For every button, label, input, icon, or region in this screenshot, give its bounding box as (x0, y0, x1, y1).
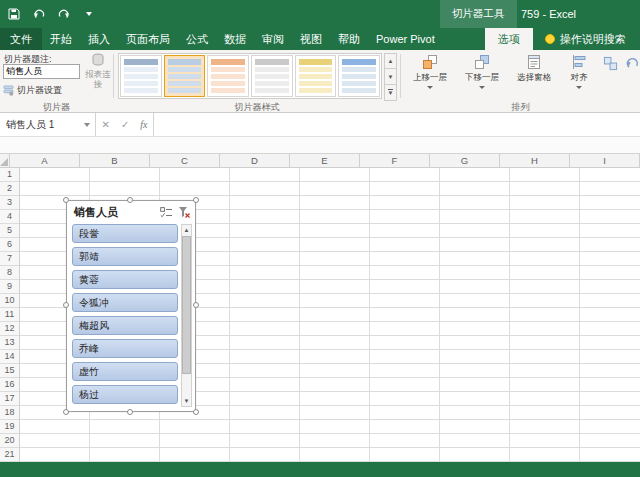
row-header[interactable]: 14 (0, 350, 19, 364)
row-header[interactable]: 17 (0, 392, 19, 406)
row-header[interactable]: 21 (0, 448, 19, 462)
ribbon-tab[interactable]: 帮助 (330, 28, 368, 50)
column-header[interactable]: C (150, 154, 220, 167)
gallery-scroll-up-icon[interactable]: ▲ (384, 53, 397, 69)
slicer-style-thumbnail[interactable] (338, 55, 380, 97)
row-header[interactable]: 13 (0, 336, 19, 350)
row-header[interactable]: 3 (0, 196, 19, 210)
row-header[interactable]: 12 (0, 322, 19, 336)
column-header[interactable]: A (10, 154, 80, 167)
slicer-item[interactable]: 段誉 (72, 224, 178, 243)
selection-pane-button[interactable]: 选择窗格 (509, 53, 559, 99)
column-header[interactable]: G (430, 154, 500, 167)
column-header[interactable]: E (290, 154, 360, 167)
report-connections-button[interactable]: 报表连接 (85, 53, 111, 89)
row-header[interactable]: 11 (0, 308, 19, 322)
save-icon[interactable] (6, 6, 22, 22)
send-backward-icon (474, 53, 490, 71)
selection-handle[interactable] (63, 409, 69, 415)
slicer-style-thumbnail[interactable] (207, 55, 249, 97)
row-header[interactable]: 4 (0, 210, 19, 224)
row-header[interactable]: 19 (0, 420, 19, 434)
selection-handle[interactable] (193, 197, 199, 203)
slicer-item[interactable]: 虚竹 (72, 362, 178, 381)
formula-input[interactable] (154, 113, 640, 136)
column-header[interactable]: F (360, 154, 430, 167)
gallery-more-icon[interactable]: ▼ (384, 85, 397, 101)
column-header[interactable]: B (80, 154, 150, 167)
ribbon-tab[interactable]: 审阅 (254, 28, 292, 50)
rotate-button[interactable] (622, 56, 640, 82)
undo-icon[interactable] (31, 6, 47, 22)
selection-handle[interactable] (63, 197, 69, 203)
send-backward-button[interactable]: 下移一层 (457, 53, 507, 99)
slicer-item[interactable]: 杨过 (72, 385, 178, 404)
selection-pane-icon (526, 53, 542, 71)
redo-icon[interactable] (56, 6, 72, 22)
ribbon-tab[interactable]: 页面布局 (118, 28, 178, 50)
align-button[interactable]: 对齐 (561, 53, 597, 99)
slicer-settings-button[interactable]: 切片器设置 (3, 83, 62, 98)
insert-function-icon[interactable]: fx (140, 119, 147, 130)
row-header[interactable]: 16 (0, 378, 19, 392)
bring-forward-button[interactable]: 上移一层 (405, 53, 455, 99)
slicer-scrollbar[interactable]: ▲ ▼ (181, 224, 192, 407)
slicer-style-thumbnail[interactable] (251, 55, 293, 97)
ribbon-tab[interactable]: 公式 (178, 28, 216, 50)
selection-handle[interactable] (63, 302, 69, 308)
slicer-style-thumbnail[interactable] (120, 55, 162, 97)
multi-select-icon[interactable] (159, 205, 174, 220)
slicer-item[interactable]: 梅超风 (72, 316, 178, 335)
selection-handle[interactable] (193, 409, 199, 415)
cancel-icon[interactable]: ✕ (102, 119, 110, 130)
selection-handle[interactable] (193, 302, 199, 308)
slicer-item[interactable]: 黄蓉 (72, 270, 178, 289)
row-header[interactable]: 18 (0, 406, 19, 420)
gallery-scroll-down-icon[interactable]: ▼ (384, 69, 397, 85)
row-header[interactable]: 1 (0, 168, 19, 182)
slicer[interactable]: 销售人员 段誉郭靖黄蓉令狐冲梅超风乔峰虚竹杨过 ▲ ▼ (66, 200, 196, 412)
excel-window: 切片器工具 759 - Excel 文件 开始插入页面布局公式数据审阅视图帮助P… (0, 0, 640, 477)
column-header[interactable]: D (220, 154, 290, 167)
tell-me-search[interactable]: 操作说明搜索 (545, 28, 626, 50)
group-objects-button[interactable] (600, 56, 620, 82)
slicer-style-thumbnail[interactable] (164, 55, 206, 97)
row-header[interactable]: 10 (0, 294, 19, 308)
row-header[interactable]: 9 (0, 280, 19, 294)
qat-customize-icon[interactable] (81, 6, 97, 22)
column-header[interactable]: I (570, 154, 640, 167)
select-all-corner[interactable] (0, 154, 10, 167)
slicer-style-thumbnail[interactable] (295, 55, 337, 97)
name-box-caret-icon[interactable] (84, 123, 90, 127)
name-box[interactable]: 销售人员 1 (0, 113, 96, 136)
slicer-caption-input[interactable] (3, 64, 80, 79)
ribbon: 切片器题注: 切片器设置 报表连接 切片器 (0, 50, 640, 113)
scroll-up-icon[interactable]: ▲ (184, 225, 190, 235)
selection-handle[interactable] (127, 409, 133, 415)
row-header[interactable]: 20 (0, 434, 19, 448)
tab-file[interactable]: 文件 (0, 28, 42, 50)
row-header[interactable]: 8 (0, 266, 19, 280)
slicer-item[interactable]: 乔峰 (72, 339, 178, 358)
tab-options-contextual[interactable]: 选项 (485, 28, 533, 50)
ribbon-tab[interactable]: Power Pivot (368, 28, 443, 50)
ribbon-tab[interactable]: 开始 (42, 28, 80, 50)
row-header[interactable]: 15 (0, 364, 19, 378)
clear-filter-icon[interactable] (176, 205, 191, 220)
column-header[interactable]: H (500, 154, 570, 167)
enter-icon[interactable]: ✓ (121, 119, 129, 130)
row-header[interactable]: 6 (0, 238, 19, 252)
row-header[interactable]: 2 (0, 182, 19, 196)
ribbon-tab[interactable]: 数据 (216, 28, 254, 50)
quick-access-toolbar (6, 0, 97, 28)
scroll-down-icon[interactable]: ▼ (184, 396, 190, 406)
group-label-slicer-styles: 切片器样式 (114, 101, 400, 113)
scroll-thumb[interactable] (182, 236, 191, 374)
row-header[interactable]: 7 (0, 252, 19, 266)
ribbon-tab[interactable]: 插入 (80, 28, 118, 50)
slicer-item[interactable]: 郭靖 (72, 247, 178, 266)
selection-handle[interactable] (127, 197, 133, 203)
ribbon-tab[interactable]: 视图 (292, 28, 330, 50)
row-header[interactable]: 5 (0, 224, 19, 238)
slicer-item[interactable]: 令狐冲 (72, 293, 178, 312)
